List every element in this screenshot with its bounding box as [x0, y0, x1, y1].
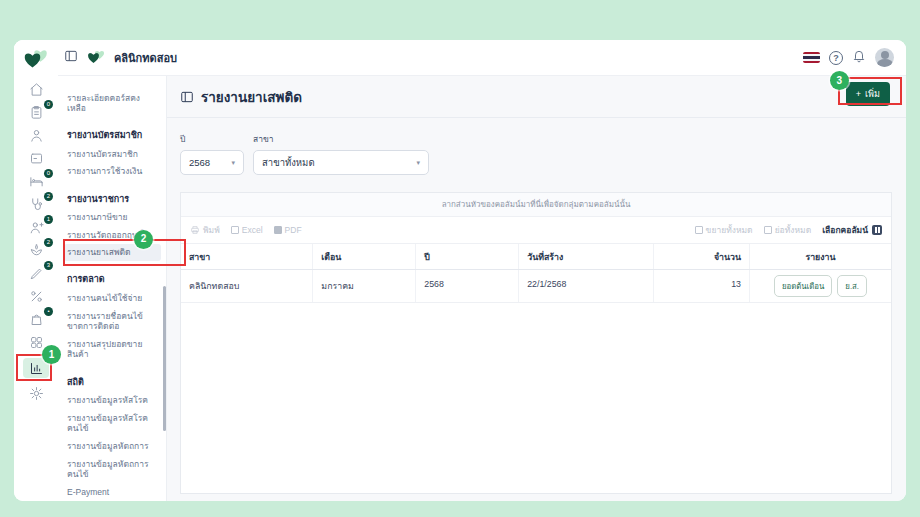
year-select-value: 2568: [189, 157, 210, 168]
expand-all-icon: [695, 226, 703, 234]
bag-icon[interactable]: •: [23, 312, 49, 327]
branch-select[interactable]: สาขาทั้งหมด ▾: [253, 150, 429, 175]
sidebar-item-product-sales-summary-report[interactable]: รายงานสรุปยอดขายสินค้า: [64, 335, 161, 363]
export-pdf-button[interactable]: PDF: [274, 225, 302, 235]
collapse-all-label: ย่อทั้งหมด: [775, 223, 812, 237]
pen-icon[interactable]: 3: [23, 266, 49, 281]
sidebar-item-sales-tax-report[interactable]: รายงานภาษีขาย: [64, 209, 161, 227]
sidebar-item-patient-procedure-data-report[interactable]: รายงานข้อมูลหัตถการคนไข้: [64, 455, 161, 483]
display-icon[interactable]: [23, 151, 49, 166]
branch-select-value: สาขาทั้งหมด: [262, 155, 315, 170]
clinic-name: คลินิกทดสอบ: [114, 49, 177, 67]
sidebar-scrollbar[interactable]: [163, 286, 166, 431]
sidebar-item-patient-spending-report[interactable]: รายงานคนไข้ใช้จ่าย: [64, 289, 161, 307]
sidebar-section-marketing: การตลาด: [64, 269, 161, 289]
top-bar-right: ?: [803, 48, 906, 67]
opening-balance-button[interactable]: ยอดต้นเดือน: [774, 275, 832, 297]
title-divider: [167, 117, 906, 118]
column-header-month[interactable]: เดือน: [312, 244, 415, 269]
choose-columns-button[interactable]: เลือกคอลัมน์: [822, 223, 882, 237]
chevron-down-icon: ▾: [416, 159, 420, 167]
choose-columns-label: เลือกคอลัมน์: [822, 223, 868, 237]
annotation-step-1: 1: [42, 345, 61, 364]
export-excel-button[interactable]: Excel: [231, 225, 263, 235]
cell-branch: คลินิกทดสอบ: [181, 270, 312, 302]
sidebar-section-member-card: รายงานบัตรสมาชิก: [64, 125, 161, 145]
stethoscope-badge: 2: [44, 192, 53, 201]
cell-month: มกราคม: [312, 270, 415, 302]
excel-label: Excel: [242, 225, 263, 235]
pdf-icon: [274, 226, 282, 234]
pen-badge: 3: [44, 261, 53, 270]
collapse-all-button[interactable]: ย่อทั้งหมด: [764, 223, 812, 237]
sidebar-item-narcotics-report[interactable]: รายงานยาเสพติด 2: [64, 244, 161, 262]
yor-sor-button[interactable]: ย.ส.: [837, 275, 867, 297]
column-header-year[interactable]: ปี: [415, 244, 518, 269]
cell-report-actions: ยอดต้นเดือน ย.ส.: [749, 270, 891, 302]
sidebar-item-credit-usage-report[interactable]: รายงานการใช้วงเงิน: [64, 163, 161, 181]
sidebar-item-patient-disease-code-report[interactable]: รายงานข้อมูลรหัสโรคคนไข้: [64, 409, 161, 437]
sidebar-section-government: รายงานราชการ: [64, 189, 161, 209]
pdf-label: PDF: [285, 225, 302, 235]
bed-icon[interactable]: 0: [23, 174, 49, 189]
bag-badge: •: [44, 307, 53, 316]
plus-icon: +: [856, 89, 861, 99]
chart-icon[interactable]: 1: [23, 358, 49, 378]
excel-icon: [231, 226, 239, 234]
gear-icon[interactable]: [23, 386, 49, 401]
sidebar-item-member-card-report[interactable]: รายงานบัตรสมาชิก: [64, 145, 161, 163]
home-icon[interactable]: [23, 82, 49, 97]
group-by-bar[interactable]: ลากส่วนหัวของคอลัมน์มาที่นี่เพื่อจัดกลุ่…: [181, 193, 891, 217]
add-button[interactable]: + เพิ่ม 3: [846, 82, 890, 106]
table-empty-area: [181, 303, 891, 493]
printer-icon: [190, 225, 200, 235]
add-button-wrap: + เพิ่ม 3: [846, 82, 890, 106]
sidebar-toggle-icon[interactable]: [64, 49, 78, 67]
sidebar-item-procedure-data-report[interactable]: รายงานข้อมูลหัตถการ: [64, 437, 161, 455]
print-label: พิมพ์: [203, 223, 220, 237]
rail-items: 0 0 2 1: [23, 82, 49, 401]
column-chooser-icon: [872, 225, 882, 235]
stethoscope-icon[interactable]: 2: [23, 197, 49, 212]
bed-badge: 0: [44, 169, 53, 178]
clinic-logo-small: [87, 50, 105, 66]
sidebar-item-narcotics-label: รายงานยาเสพติด: [67, 247, 131, 257]
collapse-all-icon: [764, 226, 772, 234]
language-flag-icon[interactable]: [803, 52, 820, 63]
clipboard-icon[interactable]: 0: [23, 105, 49, 120]
sidebar-item-lost-contact-patients-report[interactable]: รายงานรายชื่อคนไข้ขาดการติดต่อ: [64, 307, 161, 335]
cell-count: 13: [653, 270, 749, 302]
percent-icon[interactable]: [23, 289, 49, 304]
notifications-bell-icon[interactable]: [852, 49, 866, 67]
chevron-down-icon: ▾: [231, 159, 235, 167]
brand-heart-logo: [23, 49, 49, 71]
help-icon[interactable]: ?: [829, 51, 843, 65]
page-title-row: รายงานยาเสพติด: [180, 86, 892, 108]
annotation-step-3: 3: [830, 71, 849, 90]
user-avatar[interactable]: [875, 48, 894, 67]
expand-all-button[interactable]: ขยายทั้งหมด: [695, 223, 753, 237]
branch-filter: สาขา สาขาทั้งหมด ▾: [253, 132, 429, 175]
print-button[interactable]: พิมพ์: [190, 223, 220, 237]
column-header-branch[interactable]: สาขา: [181, 244, 312, 269]
branch-filter-label: สาขา: [253, 132, 429, 146]
clipboard-badge: 0: [44, 100, 53, 109]
app-window: คลินิกทดสอบ ?: [14, 40, 906, 501]
icon-rail: 0 0 2 1: [14, 40, 58, 501]
sidebar-item-e-payment[interactable]: E-Payment: [64, 483, 161, 501]
year-filter-label: ปี: [180, 132, 244, 146]
patient-icon[interactable]: [23, 128, 49, 143]
spa-badge: 2: [44, 238, 53, 247]
report-sidebar: รายละเอียดคอร์สคงเหลือ รายงานบัตรสมาชิก …: [58, 76, 167, 501]
column-header-report[interactable]: รายงาน: [749, 244, 891, 269]
add-button-label: เพิ่ม: [865, 87, 880, 101]
year-select[interactable]: 2568 ▾: [180, 150, 244, 175]
person-plus-icon[interactable]: 1: [23, 220, 49, 235]
table-row[interactable]: คลินิกทดสอบ มกราคม 2568 22/1/2568 13 ยอด…: [181, 270, 891, 303]
top-bar: คลินิกทดสอบ ?: [14, 40, 906, 76]
spa-icon[interactable]: 2: [23, 243, 49, 258]
column-header-created-date[interactable]: วันที่สร้าง: [518, 244, 653, 269]
sidebar-item-course-remaining[interactable]: รายละเอียดคอร์สคงเหลือ: [64, 89, 161, 117]
sidebar-item-disease-code-report[interactable]: รายงานข้อมูลรหัสโรค: [64, 392, 161, 410]
column-header-count[interactable]: จำนวน: [653, 244, 749, 269]
